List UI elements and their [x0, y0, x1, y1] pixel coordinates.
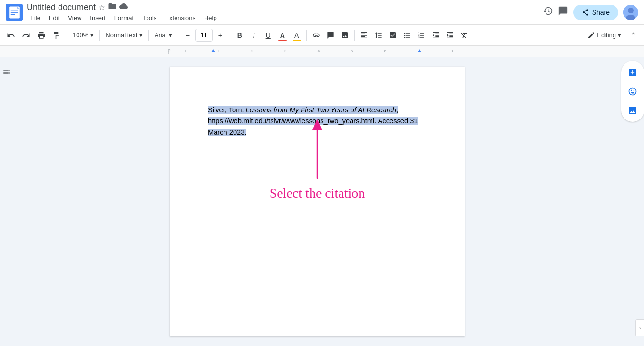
title-bar: Untitled document ☆ File Edit View Inser…	[0, 0, 644, 25]
side-panel	[621, 61, 644, 122]
italic-button[interactable]: I	[247, 29, 261, 42]
svg-marker-33	[312, 119, 322, 130]
avatar[interactable]	[623, 5, 638, 20]
cloud-icon[interactable]	[119, 2, 128, 12]
annotation-area: Select the citation	[208, 186, 427, 201]
decrease-indent-button[interactable]	[429, 29, 442, 42]
underline-button[interactable]: U	[262, 29, 275, 42]
svg-text:·: ·	[435, 49, 436, 53]
svg-rect-3	[11, 12, 18, 13]
svg-text:6: 6	[384, 49, 387, 53]
svg-text:3: 3	[284, 49, 287, 53]
annotation-label: Select the citation	[270, 186, 365, 200]
undo-button[interactable]	[4, 28, 18, 43]
svg-rect-9	[0, 46, 644, 57]
title-right: Share	[543, 5, 638, 20]
annotation-text-container: Select the citation	[208, 186, 427, 201]
increase-font-button[interactable]: +	[214, 29, 227, 42]
paint-format-button[interactable]	[49, 28, 64, 43]
doc-title[interactable]: Untitled document	[27, 2, 96, 12]
ruler: ·2 1 · 1 · 2 · 3 · 4 · 5 · 6 · 7 · 8 ·	[0, 46, 644, 57]
decrease-font-button[interactable]: −	[181, 29, 195, 42]
svg-text:·: ·	[235, 49, 236, 53]
link-button[interactable]	[310, 29, 323, 42]
line-spacing-button[interactable]	[372, 29, 385, 42]
svg-text:·: ·	[368, 49, 369, 53]
increase-indent-button[interactable]	[443, 29, 457, 42]
docs-icon	[6, 4, 23, 21]
history-icon[interactable]	[543, 6, 553, 19]
menu-edit[interactable]: Edit	[45, 13, 63, 22]
font-size-input[interactable]	[195, 29, 213, 42]
menu-help[interactable]: Help	[200, 13, 221, 22]
editing-mode-button[interactable]: Editing ▾	[583, 30, 626, 41]
zoom-selector[interactable]: 100% ▾	[70, 28, 97, 43]
print-button[interactable]	[34, 28, 49, 43]
menu-bar: File Edit View Insert Format Tools Exten…	[27, 13, 543, 22]
svg-text:1: 1	[218, 49, 220, 53]
clear-format-button[interactable]	[458, 29, 471, 42]
share-button[interactable]: Share	[573, 5, 618, 20]
align-button[interactable]	[358, 29, 371, 42]
redo-button[interactable]	[19, 28, 33, 43]
image-button[interactable]	[338, 29, 351, 42]
image-side-button[interactable]	[624, 102, 641, 119]
svg-text:4: 4	[318, 49, 320, 53]
folder-icon[interactable]	[108, 2, 117, 12]
svg-text:·2: ·2	[167, 49, 171, 53]
divider-4	[178, 30, 178, 41]
doc-area[interactable]: Silver, Tom. Lessons from My First Two Y…	[13, 57, 621, 346]
divider-6	[306, 30, 307, 41]
star-icon[interactable]: ☆	[98, 3, 105, 12]
share-label: Share	[592, 9, 610, 16]
svg-text:5: 5	[351, 49, 353, 53]
svg-text:·: ·	[268, 49, 269, 53]
menu-file[interactable]: File	[27, 13, 44, 22]
menu-view[interactable]: View	[64, 13, 85, 22]
bullet-list-button[interactable]	[400, 29, 414, 42]
divider-3	[148, 30, 149, 41]
comment-button[interactable]	[324, 29, 337, 42]
svg-point-7	[628, 8, 634, 13]
divider-5	[230, 30, 230, 41]
citation-author: Silver, Tom.	[208, 106, 246, 114]
svg-text:·: ·	[401, 49, 402, 53]
emoji-button[interactable]	[624, 83, 641, 100]
text-style-selector[interactable]: Normal text ▾	[103, 28, 145, 43]
divider-7	[354, 30, 355, 41]
doc-page: Silver, Tom. Lessons from My First Two Y…	[170, 67, 465, 336]
font-selector[interactable]: Arial ▾	[152, 28, 175, 43]
right-sidebar	[621, 57, 644, 346]
editing-chevron: ▾	[618, 31, 621, 39]
collapse-panel-button[interactable]: ›	[635, 319, 644, 336]
ruler-svg: ·2 1 · 1 · 2 · 3 · 4 · 5 · 6 · 7 · 8 ·	[0, 46, 644, 57]
collapse-toolbar-button[interactable]: ⌃	[627, 29, 640, 42]
svg-text:·: ·	[202, 49, 203, 53]
checklist-button[interactable]	[386, 29, 400, 42]
menu-insert[interactable]: Insert	[86, 13, 109, 22]
add-note-button[interactable]	[624, 64, 641, 81]
svg-rect-4	[11, 14, 15, 15]
svg-text:·: ·	[335, 49, 336, 53]
chat-icon[interactable]	[558, 6, 568, 19]
font-color-button[interactable]: A	[276, 29, 289, 42]
divider-2	[99, 30, 100, 41]
svg-text:8: 8	[451, 49, 453, 53]
editing-label: Editing	[597, 31, 616, 39]
svg-text:2: 2	[251, 49, 254, 53]
menu-tools[interactable]: Tools	[138, 13, 160, 22]
main-layout: Silver, Tom. Lessons from My First Two Y…	[0, 57, 644, 346]
title-area: Untitled document ☆ File Edit View Inser…	[27, 2, 543, 22]
divider-1	[67, 30, 67, 41]
bold-button[interactable]: B	[233, 29, 246, 42]
svg-text:·: ·	[468, 49, 469, 53]
sidebar-outline	[0, 57, 13, 346]
highlight-button[interactable]: A	[290, 29, 303, 42]
annotation-arrow	[298, 117, 336, 183]
toolbar: 100% ▾ Normal text ▾ Arial ▾ − + B I U A…	[0, 25, 644, 46]
menu-extensions[interactable]: Extensions	[161, 13, 199, 22]
svg-text:1: 1	[185, 49, 187, 53]
outline-toggle[interactable]	[0, 65, 14, 80]
menu-format[interactable]: Format	[110, 13, 137, 22]
numbered-list-button[interactable]	[415, 29, 428, 42]
